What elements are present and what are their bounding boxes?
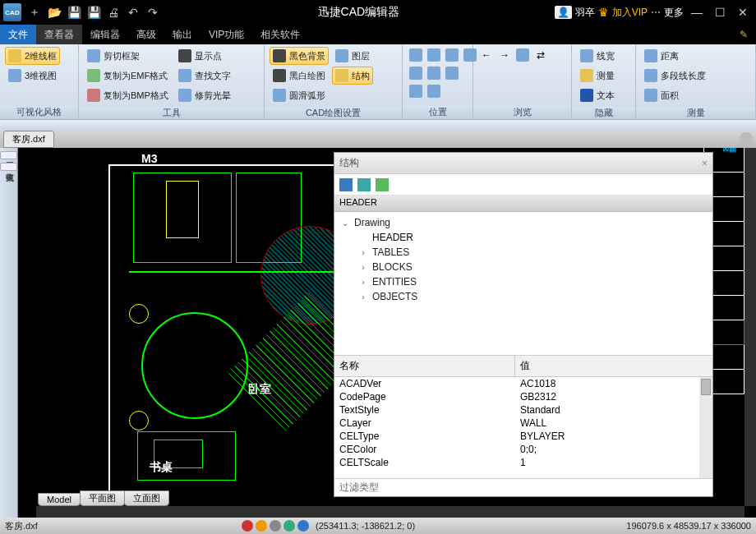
edit-pencil-icon[interactable]: ✎ [731, 25, 756, 44]
tree-objects[interactable]: ›OBJECTS [339, 289, 708, 304]
property-row[interactable]: CEColor0;0; [334, 443, 712, 456]
redo-icon[interactable]: ↷ [143, 2, 163, 22]
ellipsis-icon[interactable]: ⋯ [651, 7, 661, 18]
btn-text[interactable]: 文本 [577, 86, 618, 104]
btn-area[interactable]: 面积 [641, 86, 709, 104]
undo-icon[interactable]: ↶ [123, 2, 143, 22]
btn-find-text[interactable]: 查找文字 [175, 67, 234, 85]
property-row[interactable]: TextStyleStandard [334, 403, 712, 417]
chevron-right-icon[interactable]: › [357, 278, 369, 287]
pos-btn-3[interactable] [444, 47, 460, 63]
sidebar-tab-layers[interactable]: 图层 [0, 151, 17, 159]
new-icon[interactable]: ＋ [25, 2, 44, 22]
pos-btn-9[interactable] [426, 83, 442, 99]
panel-tool-1[interactable] [339, 178, 353, 191]
filter-label[interactable]: 过滤类型 [334, 478, 712, 496]
open-icon[interactable]: 📂 [44, 2, 64, 22]
nav-right-icon[interactable]: → [496, 47, 513, 63]
panel-close-icon[interactable]: × [702, 158, 708, 169]
btn-copy-emf[interactable]: 复制为EMF格式 [84, 67, 172, 85]
btn-black-bg[interactable]: 黑色背景 [270, 47, 329, 65]
nav-swap-icon[interactable]: ⇄ [532, 47, 549, 63]
col-value[interactable]: 值 [515, 356, 535, 376]
btn-smooth-arc[interactable]: 圆滑弧形 [270, 86, 329, 104]
pos-btn-5[interactable] [408, 65, 424, 81]
vip-button[interactable]: 加入VIP [612, 6, 648, 20]
menu-vip[interactable]: VIP功能 [201, 25, 252, 44]
pos-btn-8[interactable] [408, 83, 424, 99]
tree-header[interactable]: HEADER [339, 230, 708, 245]
save-icon[interactable]: 💾 [64, 2, 84, 22]
close-icon[interactable]: ✕ [733, 2, 753, 22]
chevron-right-icon[interactable]: › [357, 248, 369, 257]
structure-panel: 结构 × HEADER ⌄Drawing HEADER ›TABLES ›BLO… [334, 152, 713, 497]
property-row[interactable]: CELTypeBYLAYER [334, 430, 712, 443]
menu-bar: 文件 查看器 编辑器 高级 输出 VIP功能 相关软件 ✎ [0, 25, 756, 44]
file-tab[interactable]: 客房.dxf [3, 131, 54, 148]
pos-btn-2[interactable] [426, 47, 442, 63]
chevron-down-icon[interactable]: ⌄ [339, 219, 351, 228]
tree-blocks[interactable]: ›BLOCKS [339, 260, 708, 274]
ribbon: 2维线框 3维视图 可视化风格 剪切框架 复制为EMF格式 复制为BMP格式 显… [0, 44, 756, 120]
pos-btn-6[interactable] [426, 65, 442, 81]
pos-btn-7[interactable] [444, 65, 460, 81]
btn-polylen[interactable]: 多段线长度 [641, 67, 709, 85]
panel-title: 结构 [339, 156, 359, 170]
btn-structure[interactable]: 结构 [332, 67, 373, 85]
tab-elev[interactable]: 立面图 [124, 490, 169, 506]
sidebar-tab-favorites[interactable]: 收藏夹 [0, 163, 17, 171]
btn-layer[interactable]: 图层 [332, 47, 373, 65]
saveall-icon[interactable]: 💾 [84, 2, 104, 22]
btn-copy-bmp[interactable]: 复制为BMP格式 [84, 86, 172, 104]
horizontal-scrollbar[interactable] [36, 506, 744, 518]
status-icon-5[interactable] [297, 520, 309, 532]
chevron-right-icon[interactable]: › [357, 292, 369, 302]
tree-root[interactable]: ⌄Drawing [339, 215, 708, 230]
col-name[interactable]: 名称 [334, 356, 515, 376]
pos-btn-1[interactable] [408, 47, 424, 63]
user-name[interactable]: 羽卒 [575, 6, 595, 20]
status-icon-2[interactable] [256, 520, 267, 532]
tree-entities[interactable]: ›ENTITIES [339, 274, 708, 289]
tab-dropdown-icon[interactable] [740, 132, 753, 145]
menu-file[interactable]: 文件 [0, 25, 36, 44]
tree-tables[interactable]: ›TABLES [339, 245, 708, 260]
title-bar: CAD ＋ 📂 💾 💾 🖨 ↶ ↷ 迅捷CAD编辑器 👤 羽卒 ♛ 加入VIP … [0, 0, 756, 25]
drawing-canvas[interactable]: M3 卧室 书桌 ⊠▦ 结构 × [18, 148, 756, 518]
vertical-scrollbar[interactable] [744, 148, 756, 506]
menu-output[interactable]: 输出 [164, 25, 201, 44]
more-button[interactable]: 更多 [664, 6, 684, 20]
btn-measure[interactable]: 测量 [577, 67, 618, 85]
chevron-right-icon[interactable]: › [357, 263, 369, 272]
tab-model[interactable]: Model [38, 493, 81, 506]
property-row[interactable]: CLayerWALL [334, 417, 712, 430]
minimize-icon[interactable]: — [687, 2, 707, 22]
print-icon[interactable]: 🖨 [104, 2, 123, 22]
btn-trim-halo[interactable]: 修剪光晕 [175, 86, 234, 104]
maximize-icon[interactable]: ☐ [710, 2, 730, 22]
btn-2d-wireframe[interactable]: 2维线框 [5, 47, 60, 65]
property-row[interactable]: CELTScale1 [334, 456, 712, 469]
property-row[interactable]: CodePageGB2312 [334, 390, 712, 403]
status-icon-4[interactable] [284, 520, 295, 532]
btn-bw-draw[interactable]: 黑白绘图 [270, 67, 329, 85]
panel-tool-3[interactable] [376, 178, 389, 191]
nav-left-icon[interactable]: ← [478, 47, 495, 63]
btn-linewidth[interactable]: 线宽 [577, 47, 618, 65]
grid-scrollbar[interactable] [699, 377, 712, 478]
nav-copy-icon[interactable] [514, 47, 531, 63]
btn-show-points[interactable]: 显示点 [175, 47, 234, 65]
menu-advanced[interactable]: 高级 [128, 25, 164, 44]
tab-plan[interactable]: 平面图 [80, 490, 125, 506]
menu-viewer[interactable]: 查看器 [36, 25, 82, 44]
menu-related[interactable]: 相关软件 [252, 25, 308, 44]
avatar-icon[interactable]: 👤 [555, 6, 572, 19]
property-row[interactable]: ACADVerAC1018 [334, 377, 712, 390]
btn-3d-view[interactable]: 3维视图 [5, 67, 60, 85]
btn-distance[interactable]: 距离 [641, 47, 709, 65]
btn-clip-frame[interactable]: 剪切框架 [84, 47, 172, 65]
panel-tool-2[interactable] [357, 178, 371, 191]
status-icon-1[interactable] [242, 520, 253, 532]
menu-editor[interactable]: 编辑器 [82, 25, 128, 44]
status-icon-3[interactable] [270, 520, 281, 532]
